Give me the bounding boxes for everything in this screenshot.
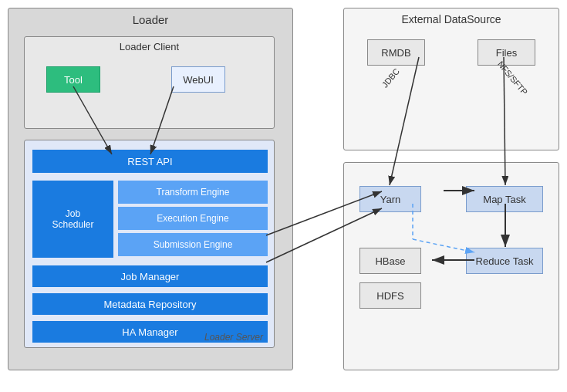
files-box: Files xyxy=(478,39,535,66)
engines-column: Transform Engine Execution Engine Submis… xyxy=(118,181,268,258)
external-datasource-panel: External DataSource RMDB Files xyxy=(343,8,559,150)
webui-box: WebUI xyxy=(171,66,225,93)
submission-engine-bar: Submission Engine xyxy=(118,233,268,256)
loader-title: Loader xyxy=(8,8,292,29)
loader-client-title: Loader Client xyxy=(25,37,274,59)
external-datasource-title: External DataSource xyxy=(344,8,559,29)
loader-server-label: Loader Server xyxy=(204,332,263,343)
reduce-task-box: Reduce Task xyxy=(466,248,543,274)
hdfs-box: HDFS xyxy=(359,282,421,309)
tool-label: Tool xyxy=(64,74,83,86)
yarn-box: Yarn xyxy=(359,186,421,212)
webui-label: WebUI xyxy=(183,74,214,86)
processing-panel: Yarn Map Task Reduce Task HBase HDFS xyxy=(343,162,559,370)
transform-engine-bar: Transform Engine xyxy=(118,181,268,204)
rmdb-box: RMDB xyxy=(367,39,425,66)
job-manager-bar: Job Manager xyxy=(32,265,268,287)
middle-section: JobScheduler Transform Engine Execution … xyxy=(32,181,268,258)
job-scheduler-box: JobScheduler xyxy=(32,181,113,258)
tool-box: Tool xyxy=(46,66,100,93)
metadata-bar: Metadata Repository xyxy=(32,293,268,315)
rest-api-bar: REST API xyxy=(32,150,268,173)
execution-engine-bar: Execution Engine xyxy=(118,207,268,230)
map-task-box: Map Task xyxy=(466,186,543,212)
hbase-box: HBase xyxy=(359,248,421,274)
diagram-container: Loader Loader Client Tool WebUI REST API… xyxy=(0,0,567,392)
loader-server-box: REST API JobScheduler Transform Engine E… xyxy=(24,140,275,348)
job-scheduler-label: JobScheduler xyxy=(52,208,93,230)
rest-api-label: REST API xyxy=(127,156,172,167)
loader-panel: Loader Loader Client Tool WebUI REST API… xyxy=(8,8,293,370)
loader-client-box: Loader Client Tool WebUI xyxy=(24,36,275,129)
